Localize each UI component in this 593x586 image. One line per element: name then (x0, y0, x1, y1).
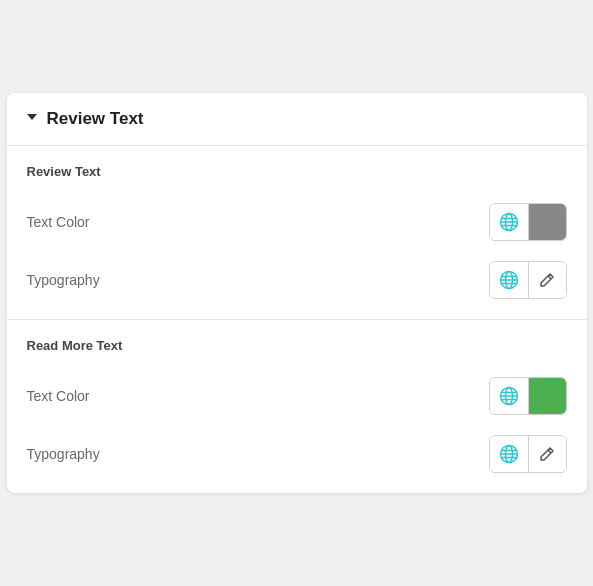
globe-icon (499, 270, 519, 290)
review-text-section-title: Review Text (27, 164, 567, 179)
review-text-color-swatch[interactable] (528, 204, 566, 240)
review-text-color-control (489, 203, 567, 241)
read-more-typography-control (489, 435, 567, 473)
review-text-color-global-button[interactable] (490, 204, 528, 240)
read-more-text-color-label: Text Color (27, 388, 90, 404)
globe-icon (499, 212, 519, 232)
panel-title: Review Text (47, 109, 144, 129)
read-more-text-color-global-button[interactable] (490, 378, 528, 414)
review-text-section: Review Text Text Color Typography (7, 146, 587, 319)
review-text-color-label: Text Color (27, 214, 90, 230)
review-typography-row: Typography (27, 251, 567, 309)
read-more-text-color-control (489, 377, 567, 415)
review-typography-control (489, 261, 567, 299)
read-more-typography-row: Typography (27, 425, 567, 483)
globe-icon (499, 444, 519, 464)
read-more-typography-edit-button[interactable] (528, 436, 566, 472)
review-typography-label: Typography (27, 272, 100, 288)
read-more-text-section-title: Read More Text (27, 338, 567, 353)
chevron-down-icon (27, 114, 37, 124)
review-text-panel: Review Text Review Text Text Color (7, 93, 587, 493)
globe-icon (499, 386, 519, 406)
svg-line-10 (548, 276, 551, 279)
read-more-text-section: Read More Text Text Color Typogra (7, 319, 587, 493)
svg-line-21 (548, 450, 551, 453)
read-more-typography-global-button[interactable] (490, 436, 528, 472)
pencil-icon (539, 446, 555, 462)
read-more-text-color-row: Text Color (27, 367, 567, 425)
panel-header[interactable]: Review Text (7, 93, 587, 146)
pencil-icon (539, 272, 555, 288)
review-typography-edit-button[interactable] (528, 262, 566, 298)
read-more-text-color-swatch[interactable] (528, 378, 566, 414)
review-text-color-row: Text Color (27, 193, 567, 251)
read-more-typography-label: Typography (27, 446, 100, 462)
review-typography-global-button[interactable] (490, 262, 528, 298)
